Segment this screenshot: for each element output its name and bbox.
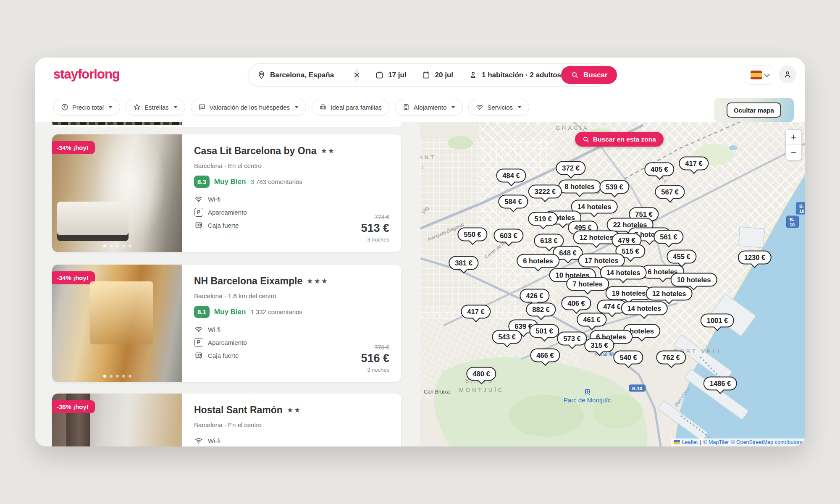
map-price-marker[interactable]: 550 € bbox=[457, 228, 487, 242]
map-cluster-marker[interactable]: 14 hoteles bbox=[621, 302, 668, 315]
map-price-marker[interactable]: 455 € bbox=[667, 250, 696, 264]
leaflet-link[interactable]: Leaflet bbox=[682, 439, 698, 445]
amenity-label: Wi-fi bbox=[208, 196, 220, 203]
map-price-marker[interactable]: 1230 € bbox=[738, 251, 772, 265]
occupancy-field[interactable]: 1 habitación · 2 adultos bbox=[468, 71, 561, 80]
carousel-dot[interactable] bbox=[103, 244, 106, 247]
filter-estrellas[interactable]: Estrellas bbox=[126, 99, 185, 116]
wifi-icon bbox=[194, 436, 203, 445]
star-icon bbox=[133, 103, 141, 111]
map-price-marker[interactable]: 484 € bbox=[496, 169, 526, 183]
map-price-marker[interactable]: 603 € bbox=[494, 229, 523, 243]
maptiler-link[interactable]: © MapTiler bbox=[703, 439, 729, 445]
amenity-safe: Caja fuerte bbox=[194, 351, 389, 360]
amenity-wifi: Wi-fi bbox=[194, 436, 389, 445]
map-price-marker[interactable]: 315 € bbox=[584, 339, 614, 352]
map-price-marker[interactable]: 584 € bbox=[498, 195, 528, 209]
map-price-marker[interactable]: 426 € bbox=[520, 289, 549, 303]
map-price-marker[interactable]: 539 € bbox=[599, 180, 629, 194]
map-price-marker[interactable]: 406 € bbox=[561, 297, 591, 310]
filter-servicios[interactable]: Servicios bbox=[468, 99, 529, 116]
map-price-marker[interactable]: 480 € bbox=[466, 367, 496, 381]
map-price-marker[interactable]: 882 € bbox=[526, 303, 556, 317]
filter-precio-total[interactable]: € Precio total bbox=[53, 99, 120, 116]
carousel-dot[interactable] bbox=[129, 375, 131, 378]
map-cluster-marker[interactable]: 8 hoteles bbox=[558, 180, 601, 194]
map-cluster-marker[interactable]: 7 hoteles bbox=[566, 277, 609, 291]
hotel-title[interactable]: Casa Lit Barcelona by Ona bbox=[194, 145, 316, 157]
stayforlong-logo[interactable]: stayforlong bbox=[53, 67, 120, 82]
hotel-photo[interactable]: -34% ¡hoy! bbox=[52, 265, 182, 382]
map-cluster-marker[interactable]: 6 hoteles bbox=[517, 254, 559, 268]
map-price-marker[interactable]: 567 € bbox=[655, 185, 685, 199]
carousel-dot[interactable] bbox=[116, 244, 119, 247]
map-price-marker[interactable]: 417 € bbox=[679, 157, 709, 171]
photo-carousel-dots[interactable] bbox=[52, 375, 182, 378]
carousel-dot[interactable] bbox=[110, 244, 113, 247]
map-price-marker[interactable]: 543 € bbox=[492, 330, 522, 344]
hotel-photo[interactable]: -34% ¡hoy! bbox=[52, 134, 182, 252]
hotel-card-nh-eixample[interactable]: -34% ¡hoy! NH Barcelona Eixample★★★ Barc… bbox=[52, 265, 401, 382]
star-rating: ★★ bbox=[287, 406, 301, 415]
map-price-marker[interactable]: 1486 € bbox=[704, 377, 737, 391]
language-selector[interactable] bbox=[746, 65, 773, 85]
hotel-title[interactable]: NH Barcelona Eixample bbox=[194, 276, 302, 287]
carousel-dot[interactable] bbox=[103, 375, 106, 378]
amenity-parking: Aparcamiento bbox=[194, 207, 389, 217]
map-panel[interactable]: GRÀCIAANTISANTS- MONTJUÏCCan BruixaPORT … bbox=[420, 122, 805, 446]
filter-label: Servicios bbox=[487, 104, 513, 111]
euro-icon: € bbox=[61, 103, 68, 111]
previous-card-partial[interactable] bbox=[52, 122, 401, 127]
carousel-dot[interactable] bbox=[122, 244, 125, 247]
map-price-marker[interactable]: 466 € bbox=[530, 349, 560, 362]
map-price-marker[interactable]: 519 € bbox=[528, 212, 558, 226]
map-price-marker[interactable]: 417 € bbox=[461, 305, 491, 319]
filter-valoracion[interactable]: Valoración de los huéspedes bbox=[191, 99, 307, 116]
map-cluster-marker[interactable]: 19 hoteles bbox=[606, 286, 652, 300]
map-price-marker[interactable]: 3222 € bbox=[528, 185, 562, 199]
map-price-marker[interactable]: 405 € bbox=[644, 163, 674, 176]
rating-label: Muy Bien bbox=[214, 178, 246, 186]
account-button[interactable] bbox=[779, 66, 796, 83]
hotel-title[interactable]: Hostal Sant Ramón bbox=[194, 404, 283, 416]
map-price-marker[interactable]: 762 € bbox=[656, 351, 686, 365]
map-price-marker[interactable]: 573 € bbox=[557, 332, 587, 346]
map-cluster-marker[interactable]: 14 hoteles bbox=[600, 266, 647, 280]
filter-ideal-familias[interactable]: Ideal para familias bbox=[312, 99, 389, 116]
search-button[interactable]: Buscar bbox=[561, 66, 617, 84]
filter-bar: € Precio total Estrellas Valoración de l… bbox=[35, 92, 805, 122]
checkin-field[interactable]: 17 jul bbox=[375, 71, 406, 80]
map-price-marker[interactable]: 372 € bbox=[556, 161, 585, 175]
carousel-dot[interactable] bbox=[110, 375, 113, 378]
checkout-field[interactable]: 20 jul bbox=[422, 71, 453, 80]
carousel-dot[interactable] bbox=[122, 375, 125, 378]
hide-map-button[interactable]: Ocultar mapa bbox=[727, 102, 781, 118]
map-price-marker[interactable]: 540 € bbox=[613, 351, 643, 365]
photo-carousel-dots[interactable] bbox=[52, 244, 182, 247]
calendar-icon bbox=[422, 71, 431, 80]
search-this-area-button[interactable]: Buscar en esta zona bbox=[575, 132, 664, 147]
search-destination-value[interactable]: Barcelona, España bbox=[270, 71, 334, 79]
carousel-dot[interactable] bbox=[129, 244, 131, 247]
map-cluster-marker[interactable]: 12 hoteles bbox=[646, 287, 693, 301]
clear-destination-button[interactable] bbox=[354, 69, 360, 81]
discount-badge: -34% ¡hoy! bbox=[52, 141, 95, 154]
map-price-marker[interactable]: 561 € bbox=[654, 230, 683, 244]
map-price-marker[interactable]: 501 € bbox=[529, 324, 559, 338]
hotel-photo[interactable]: -36% ¡hoy! bbox=[52, 394, 182, 446]
map-cluster-marker[interactable]: 10 hoteles bbox=[671, 273, 717, 287]
review-count: 3 783 comentarios bbox=[250, 178, 302, 185]
zoom-out-button[interactable]: − bbox=[786, 145, 801, 160]
map-price-marker[interactable]: 381 € bbox=[449, 256, 478, 270]
zoom-in-button[interactable]: + bbox=[786, 130, 801, 145]
osm-link[interactable]: © OpenStreetMap contributors bbox=[731, 439, 802, 445]
discount-badge: -36% ¡hoy! bbox=[52, 400, 95, 413]
map-price-marker[interactable]: 1001 € bbox=[701, 314, 734, 328]
filter-alojamiento[interactable]: Alojamiento bbox=[395, 99, 463, 116]
hotel-card-hostal-sant-ramon[interactable]: -36% ¡hoy! Hostal Sant Ramón★★ Barcelona… bbox=[52, 394, 401, 446]
search-bar[interactable]: Barcelona, España 17 jul 20 jul bbox=[248, 63, 609, 87]
map-price-marker[interactable]: 461 € bbox=[577, 313, 606, 327]
carousel-dot[interactable] bbox=[116, 375, 119, 378]
hotel-card-casa-lit[interactable]: -34% ¡hoy! Casa Lit Barcelona by Ona★★ B… bbox=[52, 134, 401, 252]
hotel-card-body: Casa Lit Barcelona by Ona★★ Barcelona · … bbox=[182, 134, 401, 252]
